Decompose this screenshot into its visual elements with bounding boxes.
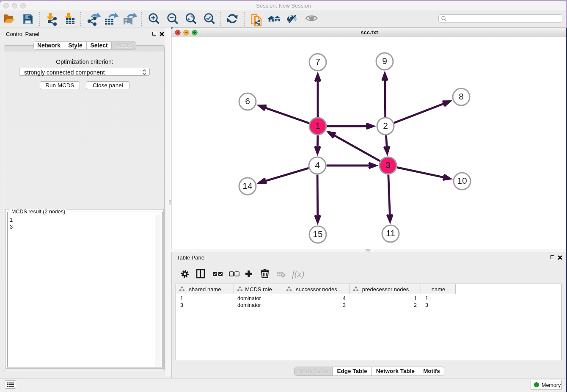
svg-text:8: 8 — [459, 91, 464, 101]
svg-text:f(x): f(x) — [292, 269, 304, 279]
svg-text:14: 14 — [242, 181, 253, 190]
svg-text:7: 7 — [315, 57, 320, 66]
svg-text:4: 4 — [315, 160, 320, 170]
svg-text:1: 1 — [315, 121, 320, 130]
svg-text:9: 9 — [382, 56, 387, 66]
svg-text:10: 10 — [457, 176, 467, 185]
svg-text:11: 11 — [386, 228, 395, 238]
svg-text:2: 2 — [383, 121, 388, 130]
svg-text:3: 3 — [385, 160, 391, 170]
svg-text:15: 15 — [313, 229, 322, 239]
svg-text:6: 6 — [245, 96, 250, 106]
